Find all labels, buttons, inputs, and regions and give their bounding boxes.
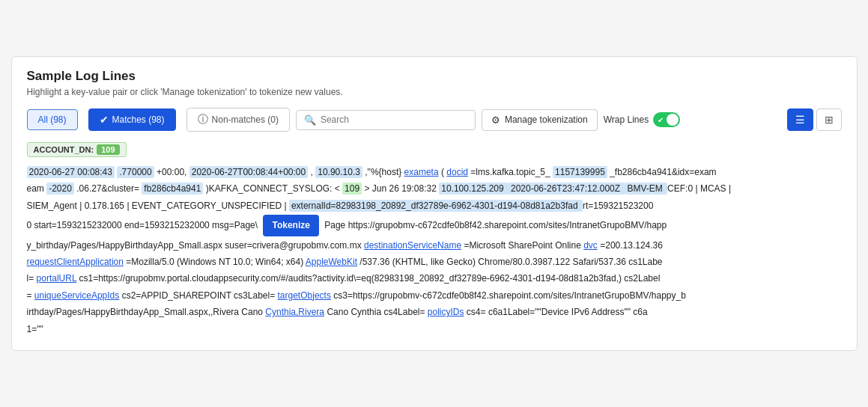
toggle-check-icon: ✔ bbox=[658, 116, 664, 124]
link-portalurl[interactable]: portalURL bbox=[37, 273, 77, 284]
matches-check-icon: ✔ bbox=[100, 114, 109, 126]
hl-ts2: 2020-06-26T23:47:12.000Z bbox=[509, 183, 625, 195]
link-policyids[interactable]: policyIDs bbox=[428, 307, 464, 317]
link-dvc[interactable]: dvc bbox=[583, 240, 598, 251]
badge-key: ACCOUNT_DN: bbox=[34, 145, 94, 154]
tokenize-button[interactable]: Tokenize bbox=[263, 215, 318, 236]
hl-ip2: 10.100.125.209 bbox=[439, 183, 509, 195]
link-targetobjects[interactable]: targetObjects bbox=[278, 290, 331, 301]
log-line-7: l= portalURL cs1=https://grupobmv.portal… bbox=[27, 271, 842, 286]
hl-ip1: 10.90.10.3 bbox=[315, 166, 362, 178]
wrap-lines-toggle[interactable]: ✔ bbox=[653, 112, 680, 127]
hl-cluster: fb286cb4a941 bbox=[142, 183, 203, 195]
info-icon: ⓘ bbox=[198, 113, 208, 126]
link-cynthia[interactable]: Cynthia,Rivera bbox=[265, 307, 324, 317]
badge-value: 109 bbox=[97, 144, 119, 155]
badge-bar: ACCOUNT_DN: 109 bbox=[27, 142, 842, 157]
link-exameta[interactable]: exameta bbox=[404, 167, 439, 177]
grid-view-button[interactable]: ⊞ bbox=[816, 108, 842, 131]
log-line-8: = uniqueServiceAppIds cs2=APPID_SHAREPOI… bbox=[27, 288, 842, 303]
link-webkit[interactable]: AppleWebKit bbox=[306, 257, 357, 267]
link-uniqueserviceappids[interactable]: uniqueServiceAppIds bbox=[34, 290, 119, 301]
log-content: 2020-06-27 00:08:43 .770000 +00:00, 2020… bbox=[27, 165, 842, 337]
hl-109: 109 bbox=[342, 183, 362, 195]
matches-filter-button[interactable]: ✔ Matches (98) bbox=[88, 108, 176, 131]
link-dsn[interactable]: destinationServiceName bbox=[364, 240, 461, 251]
log-line-10: 1="" bbox=[27, 322, 842, 337]
main-container: Sample Log Lines Highlight a key-value p… bbox=[11, 56, 858, 351]
hl-timestamp: 2020-06-27T00:08:44+00:00 bbox=[189, 166, 308, 178]
log-line-5: y_birthday/Pages/HappyBirthdayApp_Small.… bbox=[27, 238, 842, 253]
log-line-1: 2020-06-27 00:08:43 .770000 +00:00, 2020… bbox=[27, 165, 842, 180]
search-icon: 🔍 bbox=[304, 114, 316, 126]
log-line-3: SIEM_Agent | 0.178.165 | EVENT_CATEGORY_… bbox=[27, 198, 842, 213]
view-toggle-group: ☰ ⊞ bbox=[787, 108, 842, 131]
toggle-knob bbox=[667, 114, 679, 126]
hl-ms: .770000 bbox=[117, 166, 154, 178]
all-filter-button[interactable]: All (98) bbox=[27, 109, 78, 130]
link-rca[interactable]: requestClientApplication bbox=[27, 257, 124, 267]
link-docid[interactable]: docid bbox=[446, 167, 468, 177]
page-title: Sample Log Lines bbox=[27, 69, 842, 84]
hl-date: 2020-06-27 00:08:43 bbox=[27, 166, 115, 178]
hl-id1: 1157139995 bbox=[553, 166, 607, 178]
search-box: 🔍 bbox=[296, 110, 476, 130]
hl-year: -2020 bbox=[46, 183, 74, 195]
non-matches-filter-button[interactable]: ⓘ Non-matches (0) bbox=[186, 108, 290, 132]
log-line-6: requestClientApplication =Mozilla/5.0 (W… bbox=[27, 254, 842, 269]
toolbar: All (98) ✔ Matches (98) ⓘ Non-matches (0… bbox=[27, 108, 842, 132]
account-dn-badge: ACCOUNT_DN: 109 bbox=[27, 142, 127, 157]
log-line-2: eam -2020 .06.27&cluster= fb286cb4a941 )… bbox=[27, 181, 842, 196]
log-line-9: irthday/Pages/HappyBirthdayApp_Small.asp… bbox=[27, 305, 842, 319]
manage-tokenization-button[interactable]: ⚙ Manage tokenization bbox=[482, 109, 598, 131]
page-subtitle: Highlight a key-value pair or click 'Man… bbox=[27, 87, 842, 97]
gear-icon: ⚙ bbox=[491, 114, 500, 126]
hl-externalid: externalId=82983198_20892_df32789e-6962-… bbox=[289, 200, 583, 212]
hl-bmv: BMV-EM bbox=[625, 183, 667, 195]
log-line-4: 0 start=1593215232000 end=1593215232000 … bbox=[27, 215, 842, 236]
search-input[interactable] bbox=[321, 114, 467, 125]
list-view-button[interactable]: ☰ bbox=[787, 108, 813, 131]
wrap-lines-control: Wrap Lines ✔ bbox=[604, 112, 680, 127]
